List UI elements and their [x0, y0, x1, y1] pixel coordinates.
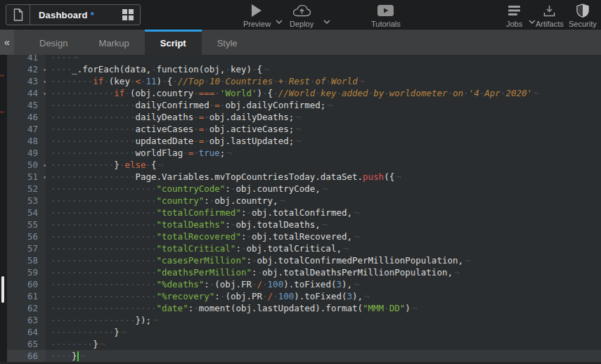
code-line[interactable]: 46················dailyDeaths·=·obj.dail… [7, 111, 601, 123]
code-line[interactable]: 51▾················Page.Variables.mvTopC… [7, 171, 601, 183]
fold-arrow-icon[interactable]: ▾ [43, 171, 46, 183]
code-text[interactable]: ····················"totalRecovered":·ob… [46, 230, 359, 242]
line-number[interactable]: 58 [7, 254, 46, 266]
code-line[interactable]: 60····················"%deaths":·(obj.FR… [7, 278, 601, 290]
code-text[interactable]: ····················"casesPerMillion":·o… [46, 254, 470, 266]
tab-design[interactable]: Design [24, 30, 83, 55]
line-number[interactable]: 66 [7, 350, 46, 362]
line-number[interactable]: 48 [7, 135, 46, 147]
jobs-chevron-icon[interactable] [529, 14, 536, 27]
preview-button[interactable]: Preview [243, 3, 271, 28]
code-text[interactable]: ····················"date":·moment(obj.l… [46, 302, 417, 314]
line-number[interactable]: 57 [7, 242, 46, 254]
code-text[interactable]: ····}¬ [46, 350, 85, 362]
line-number[interactable]: 60 [7, 278, 46, 290]
line-number[interactable]: 53 [7, 195, 46, 207]
code-text[interactable]: ················dailyConfirmed·=·obj.dai… [46, 99, 332, 111]
line-number[interactable]: 62 [7, 302, 46, 314]
tab-script[interactable]: Script [145, 30, 202, 55]
line-number[interactable]: 50▾ [7, 159, 46, 171]
fold-arrow-icon[interactable]: ▾ [43, 76, 46, 88]
code-text[interactable]: ················dailyDeaths·=·obj.dailyD… [46, 111, 301, 123]
line-number[interactable]: 45 [7, 99, 46, 111]
line-number[interactable]: 63 [7, 314, 46, 326]
tutorials-button[interactable]: Tutorials [371, 3, 401, 28]
line-number[interactable]: 41 [7, 55, 46, 63]
vertical-scrollbar-thumb[interactable] [1, 276, 4, 303]
page-doc-button[interactable] [6, 5, 30, 25]
line-number[interactable]: 49 [7, 147, 46, 159]
line-number[interactable]: 51▾ [7, 171, 46, 183]
code-line[interactable]: 41····¬ [7, 55, 601, 63]
code-text[interactable]: ················});¬ [46, 314, 158, 326]
deploy-chevron-icon[interactable] [323, 14, 330, 27]
code-text[interactable]: ········}¬ [46, 338, 105, 350]
pages-grid-button[interactable] [116, 5, 140, 25]
line-number[interactable]: 44▾ [7, 87, 46, 99]
code-line[interactable]: 44▾············if·(obj.country·===·'Worl… [7, 87, 601, 99]
code-text[interactable]: ····················"totalCritical":·obj… [46, 242, 348, 254]
preview-chevron-icon[interactable] [276, 14, 283, 27]
code-line[interactable]: 49················worldFlag·=·true;¬ [7, 147, 601, 159]
code-text[interactable]: ················activeCases·=·obj.active… [46, 123, 301, 135]
code-line[interactable]: 65········}¬ [7, 338, 601, 350]
code-text[interactable]: ····················"deathsPerMillion":·… [46, 266, 460, 278]
line-number[interactable]: 55 [7, 219, 46, 230]
code-line[interactable]: 61····················"%recovery":·(obj.… [7, 290, 601, 302]
code-line[interactable]: 50▾············}·else·{¬ [7, 159, 601, 171]
code-line[interactable]: 63················});¬ [7, 314, 601, 326]
fold-arrow-icon[interactable]: ▾ [43, 64, 46, 76]
line-number[interactable]: 65 [7, 338, 46, 350]
code-line[interactable]: 42▾····_.forEach(data,·function(obj,·key… [7, 63, 601, 75]
line-number[interactable]: 54 [7, 207, 46, 219]
code-text[interactable]: ················Page.Variables.mvTopCoun… [46, 171, 401, 183]
code-text[interactable]: ····¬ [46, 55, 79, 63]
line-number[interactable]: 61 [7, 290, 46, 302]
code-text[interactable]: ····················"%recovery":·(obj.PR… [46, 290, 370, 302]
collapse-panel-button[interactable]: « [0, 30, 14, 55]
deploy-button[interactable]: Deploy [290, 3, 314, 28]
code-text[interactable]: ····_.forEach(data,·function(obj,·key)·{… [46, 63, 269, 75]
code-line[interactable]: 54····················"totalConfirmed":·… [7, 207, 601, 219]
artifacts-button[interactable]: Artifacts [536, 3, 564, 28]
code-line[interactable]: 62····················"date":·moment(obj… [7, 302, 601, 314]
line-number[interactable]: 43▾ [7, 75, 46, 87]
code-text[interactable]: ····················"countryCode":·obj.c… [46, 183, 327, 195]
code-text[interactable]: ····················"totalDeaths":·obj.t… [46, 219, 327, 230]
code-line[interactable]: 56····················"totalRecovered":·… [7, 230, 601, 242]
page-title[interactable]: Dashboard * [30, 5, 116, 25]
jobs-button[interactable]: Jobs [506, 3, 522, 28]
code-text[interactable]: ················updatedDate·=·obj.lastUp… [46, 135, 301, 147]
code-line[interactable]: 58····················"casesPerMillion":… [7, 254, 601, 266]
tab-markup[interactable]: Markup [83, 30, 144, 55]
code-line[interactable]: 57····················"totalCritical":·o… [7, 242, 601, 254]
tab-style[interactable]: Style [202, 30, 253, 55]
code-line[interactable]: 66····}¬ [7, 350, 601, 362]
code-line[interactable]: 55····················"totalDeaths":·obj… [7, 219, 601, 230]
line-number[interactable]: 52 [7, 183, 46, 195]
code-line[interactable]: 47················activeCases·=·obj.acti… [7, 123, 601, 135]
code-text[interactable]: ········if·(key·<·11)·{·//Top·10·Countri… [46, 75, 364, 87]
code-line[interactable]: 52····················"countryCode":·obj… [7, 183, 601, 195]
code-text[interactable]: ····················"totalConfirmed":·ob… [46, 207, 359, 219]
line-number[interactable]: 56 [7, 230, 46, 242]
code-text[interactable]: ················worldFlag·=·true;¬ [46, 147, 232, 159]
code-line[interactable]: 64············}¬ [7, 326, 601, 338]
code-text[interactable]: ····················"%deaths":·(obj.FR·/… [46, 278, 359, 290]
line-number[interactable]: 59 [7, 266, 46, 278]
security-button[interactable]: Security [569, 3, 597, 28]
code-line[interactable]: 48················updatedDate·=·obj.last… [7, 135, 601, 147]
code-line[interactable]: 53····················"country":·obj.cou… [7, 195, 601, 207]
code-line[interactable]: 59····················"deathsPerMillion"… [7, 266, 601, 278]
code-text[interactable]: ····················"country":·obj.count… [46, 195, 285, 207]
code-line[interactable]: 43▾········if·(key·<·11)·{·//Top·10·Coun… [7, 75, 601, 87]
code-text[interactable]: ············if·(obj.country·===·'World')… [46, 87, 539, 99]
code-text[interactable]: ············}·else·{¬ [46, 159, 163, 171]
fold-arrow-icon[interactable]: ▾ [43, 88, 46, 100]
line-number[interactable]: 47 [7, 123, 46, 135]
line-number[interactable]: 46 [7, 111, 46, 123]
code-line[interactable]: 45················dailyConfirmed·=·obj.d… [7, 99, 601, 111]
code-text[interactable]: ············}¬ [46, 326, 126, 338]
line-number[interactable]: 64 [7, 326, 46, 338]
fold-arrow-icon[interactable]: ▾ [43, 160, 46, 171]
